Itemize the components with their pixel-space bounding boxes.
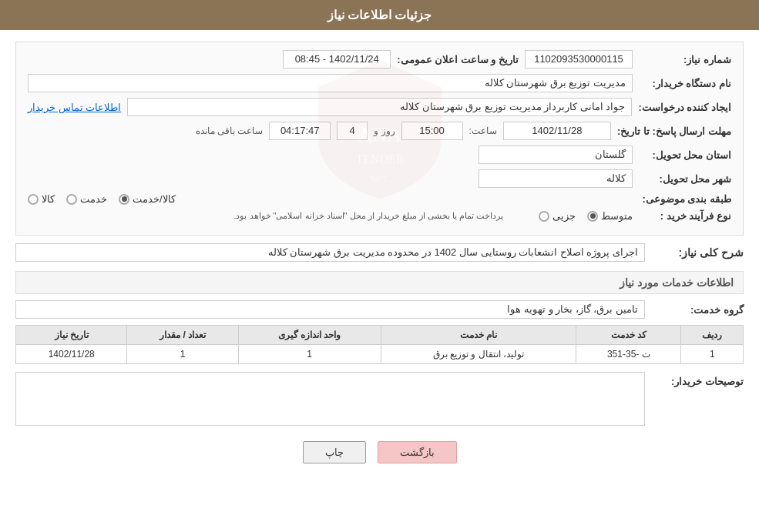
buyer-notes-label: توصیحات خریدار:	[651, 372, 744, 387]
col-header-row-num: ردیف	[681, 326, 744, 345]
service-group-value: تامین برق، گاز، بخار و تهویه هوا	[15, 300, 645, 319]
row-buyer-org: نام دستگاه خریدار: مدیریت توزیع برق شهرس…	[28, 74, 731, 92]
province-value: گلستان	[479, 146, 633, 164]
row-need-number: شماره نیاز: 1102093530000115 تاریخ و ساع…	[28, 50, 731, 69]
general-desc-label: شرح کلی نیاز:	[651, 246, 744, 259]
page-header: جزئیات اطلاعات نیاز	[0, 0, 759, 30]
row-requester: ایجاد کننده درخواست: جواد امانی کاربرداز…	[28, 98, 731, 116]
days-label: روز و	[374, 125, 395, 136]
purchase-type-label-motavasset: متوسط	[601, 210, 633, 222]
announce-datetime-value: 1402/11/24 - 08:45	[283, 50, 391, 69]
cell-unit: 1	[238, 345, 381, 364]
buyer-notes-textarea[interactable]	[15, 372, 645, 426]
col-header-service-name: نام خدمت	[381, 326, 576, 345]
service-group-label: گروه خدمت:	[651, 304, 744, 316]
radio-kala-khedmat[interactable]	[119, 194, 129, 205]
radio-jozii[interactable]	[539, 211, 549, 222]
cell-quantity: 1	[127, 345, 238, 364]
category-option-kala[interactable]: کالا	[28, 193, 55, 205]
table-header: ردیف کد خدمت نام خدمت واحد اندازه گیری ت…	[16, 326, 744, 345]
col-header-service-code: کد خدمت	[576, 326, 681, 345]
requester-value: جواد امانی کاربرداز مدیریت توزیع برق شهر…	[127, 98, 632, 116]
page-title: جزئیات اطلاعات نیاز	[327, 8, 432, 22]
category-option-label-kala: کالا	[42, 193, 55, 205]
category-option-label-kala-khedmat: کالا/خدمت	[133, 193, 176, 205]
table-row: 1 ت -35-351 تولید، انتقال و توزیع برق 1 …	[16, 345, 744, 364]
row-purchase-type: نوع فرآیند خرید : متوسط جزیی پرداخت تمام…	[28, 210, 731, 222]
deadline-time-value: 15:00	[401, 122, 463, 140]
remaining-time-value: 04:17:47	[269, 122, 331, 140]
print-button[interactable]: چاپ	[303, 441, 366, 463]
row-service-group: گروه خدمت: تامین برق، گاز، بخار و تهویه …	[15, 300, 744, 319]
back-button[interactable]: بازگشت	[378, 441, 457, 463]
cell-date: 1402/11/28	[16, 345, 127, 364]
col-header-quantity: تعداد / مقدار	[127, 326, 238, 345]
need-number-value: 1102093530000115	[525, 50, 633, 69]
services-table: ردیف کد خدمت نام خدمت واحد اندازه گیری ت…	[15, 325, 744, 364]
page-container: جزئیات اطلاعات نیاز ANA TENDER .NET شمار…	[0, 0, 759, 532]
row-deadline: مهلت ارسال پاسخ: تا تاریخ: 1402/11/28 سا…	[28, 122, 731, 140]
buyer-org-value: مدیریت توزیع برق شهرستان کلاله	[28, 74, 633, 92]
row-general-desc: شرح کلی نیاز: اجرای پروژه اصلاح انشعابات…	[15, 243, 744, 262]
deadline-label: مهلت ارسال پاسخ: تا تاریخ:	[617, 125, 731, 137]
deadline-date-value: 1402/11/28	[503, 122, 611, 140]
row-city: شهر محل تحویل: کلاله	[28, 169, 731, 188]
province-label: استان محل تحویل:	[639, 149, 731, 161]
cell-service-name: تولید، انتقال و توزیع برق	[381, 345, 576, 364]
buyer-org-label: نام دستگاه خریدار:	[639, 78, 731, 89]
purchase-type-radio-group: متوسط جزیی	[509, 210, 633, 222]
row-province: استان محل تحویل: گلستان	[28, 146, 731, 164]
row-buyer-notes: توصیحات خریدار:	[15, 372, 744, 426]
remaining-days-value: 4	[337, 122, 368, 140]
category-radio-group: کالا/خدمت خدمت کالا	[28, 193, 633, 205]
col-header-date: تاریخ نیاز	[16, 326, 127, 345]
purchase-type-option-motavasset[interactable]: متوسط	[587, 210, 633, 222]
remaining-time-label: ساعت باقی مانده	[196, 125, 264, 136]
button-row: بازگشت چاپ	[15, 441, 744, 463]
purchase-type-label-jozii: جزیی	[552, 210, 576, 222]
time-label: ساعت:	[469, 125, 497, 136]
row-category: طبقه بندی موضوعی: کالا/خدمت خدمت کالا	[28, 193, 731, 205]
category-option-kala-khedmat[interactable]: کالا/خدمت	[119, 193, 176, 205]
cell-row-num: 1	[681, 345, 744, 364]
category-option-khedmat[interactable]: خدمت	[66, 193, 107, 205]
table-body: 1 ت -35-351 تولید، انتقال و توزیع برق 1 …	[16, 345, 744, 364]
need-number-label: شماره نیاز:	[639, 54, 731, 65]
services-section-title: اطلاعات خدمات مورد نیاز	[15, 271, 744, 294]
city-label: شهر محل تحویل:	[639, 173, 731, 185]
purchase-type-option-jozii[interactable]: جزیی	[539, 210, 576, 222]
requester-label: ایجاد کننده درخواست:	[638, 102, 731, 113]
announce-datetime-label: تاریخ و ساعت اعلان عمومی:	[397, 54, 519, 65]
main-form-section: ANA TENDER .NET شماره نیاز: 110209353000…	[15, 42, 744, 236]
cell-service-code: ت -35-351	[576, 345, 681, 364]
category-option-label-khedmat: خدمت	[80, 193, 107, 205]
city-value: کلاله	[479, 169, 633, 188]
radio-motavasset[interactable]	[587, 211, 598, 222]
radio-kala[interactable]	[28, 194, 39, 205]
col-header-unit: واحد اندازه گیری	[238, 326, 381, 345]
purchase-type-note: پرداخت تمام یا بخشی از مبلغ خریدار از مح…	[28, 211, 503, 221]
main-content: ANA TENDER .NET شماره نیاز: 110209353000…	[0, 30, 759, 487]
purchase-type-label: نوع فرآیند خرید :	[639, 210, 731, 222]
category-label: طبقه بندی موضوعی:	[639, 193, 731, 205]
contact-link[interactable]: اطلاعات تماس خریدار	[28, 102, 121, 113]
general-desc-value: اجرای پروژه اصلاح انشعابات روستایی سال 1…	[15, 243, 645, 262]
radio-khedmat[interactable]	[66, 194, 77, 205]
